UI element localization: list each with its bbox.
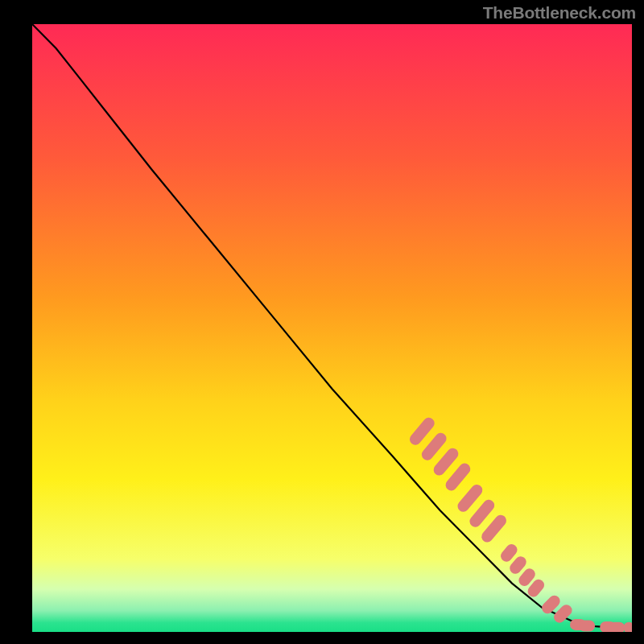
bottleneck-chart [0,0,644,644]
plot-background [32,24,632,632]
marker-pill [609,622,625,634]
chart-frame: TheBottleneck.com [0,0,644,644]
watermark-label: TheBottleneck.com [483,3,636,23]
marker-dot [623,622,634,634]
marker-pill [579,621,595,632]
